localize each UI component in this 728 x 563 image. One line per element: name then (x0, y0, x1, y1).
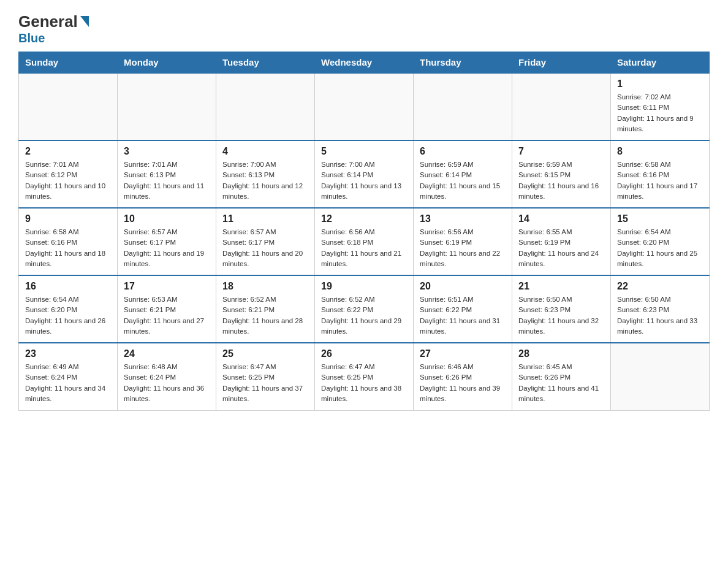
day-number: 7 (518, 146, 604, 157)
day-sun-info: Sunrise: 6:54 AMSunset: 6:20 PMDaylight:… (617, 227, 703, 269)
logo-arrow-icon (80, 16, 89, 27)
day-sun-info: Sunrise: 6:56 AMSunset: 6:19 PMDaylight:… (420, 227, 506, 269)
weekday-header-tuesday: Tuesday (216, 52, 315, 74)
calendar-cell: 2Sunrise: 7:01 AMSunset: 6:12 PMDaylight… (19, 140, 118, 208)
weekday-header-friday: Friday (512, 52, 611, 74)
day-number: 17 (124, 281, 210, 292)
day-sun-info: Sunrise: 7:02 AMSunset: 6:11 PMDaylight:… (617, 92, 703, 134)
calendar-cell: 11Sunrise: 6:57 AMSunset: 6:17 PMDayligh… (216, 208, 315, 275)
week-row-5: 23Sunrise: 6:49 AMSunset: 6:24 PMDayligh… (19, 343, 710, 410)
calendar-cell: 13Sunrise: 6:56 AMSunset: 6:19 PMDayligh… (414, 208, 512, 275)
day-sun-info: Sunrise: 6:47 AMSunset: 6:25 PMDaylight:… (222, 362, 308, 404)
day-sun-info: Sunrise: 6:47 AMSunset: 6:25 PMDaylight:… (321, 362, 407, 404)
day-number: 9 (25, 213, 111, 224)
logo-blue-text: Blue (18, 31, 45, 45)
day-sun-info: Sunrise: 7:00 AMSunset: 6:14 PMDaylight:… (321, 159, 407, 202)
day-number: 21 (518, 281, 604, 292)
day-sun-info: Sunrise: 6:46 AMSunset: 6:26 PMDaylight:… (420, 362, 506, 404)
day-number: 14 (518, 213, 604, 224)
day-number: 22 (617, 281, 703, 292)
weekday-header-row: SundayMondayTuesdayWednesdayThursdayFrid… (19, 52, 710, 74)
calendar-cell: 12Sunrise: 6:56 AMSunset: 6:18 PMDayligh… (315, 208, 414, 275)
day-number: 1 (617, 79, 703, 90)
day-sun-info: Sunrise: 6:57 AMSunset: 6:17 PMDaylight:… (124, 227, 210, 269)
day-number: 25 (222, 348, 308, 359)
logo: General Blue (18, 12, 89, 45)
calendar-cell: 4Sunrise: 7:00 AMSunset: 6:13 PMDaylight… (216, 140, 315, 208)
calendar-cell: 17Sunrise: 6:53 AMSunset: 6:21 PMDayligh… (118, 275, 216, 343)
calendar-cell: 3Sunrise: 7:01 AMSunset: 6:13 PMDaylight… (118, 140, 216, 208)
day-sun-info: Sunrise: 6:49 AMSunset: 6:24 PMDaylight:… (25, 362, 111, 404)
day-sun-info: Sunrise: 6:57 AMSunset: 6:17 PMDaylight:… (222, 227, 308, 269)
week-row-4: 16Sunrise: 6:54 AMSunset: 6:20 PMDayligh… (19, 275, 710, 343)
day-sun-info: Sunrise: 6:48 AMSunset: 6:24 PMDaylight:… (124, 362, 210, 404)
calendar-cell: 14Sunrise: 6:55 AMSunset: 6:19 PMDayligh… (512, 208, 611, 275)
day-sun-info: Sunrise: 6:52 AMSunset: 6:21 PMDaylight:… (222, 294, 308, 337)
day-number: 12 (321, 213, 407, 224)
calendar-cell: 18Sunrise: 6:52 AMSunset: 6:21 PMDayligh… (216, 275, 315, 343)
weekday-header-saturday: Saturday (611, 52, 710, 74)
logo-general-text: General (18, 12, 78, 31)
day-sun-info: Sunrise: 6:59 AMSunset: 6:14 PMDaylight:… (420, 159, 506, 202)
calendar-cell (611, 343, 710, 410)
day-sun-info: Sunrise: 6:51 AMSunset: 6:22 PMDaylight:… (420, 294, 506, 337)
day-sun-info: Sunrise: 6:52 AMSunset: 6:22 PMDaylight:… (321, 294, 407, 337)
calendar-cell: 7Sunrise: 6:59 AMSunset: 6:15 PMDaylight… (512, 140, 611, 208)
day-number: 23 (25, 348, 111, 359)
week-row-3: 9Sunrise: 6:58 AMSunset: 6:16 PMDaylight… (19, 208, 710, 275)
day-number: 5 (321, 146, 407, 157)
calendar-cell: 19Sunrise: 6:52 AMSunset: 6:22 PMDayligh… (315, 275, 414, 343)
day-number: 6 (420, 146, 506, 157)
calendar-cell: 28Sunrise: 6:45 AMSunset: 6:26 PMDayligh… (512, 343, 611, 410)
day-number: 10 (124, 213, 210, 224)
calendar-cell (414, 73, 512, 140)
day-number: 13 (420, 213, 506, 224)
day-sun-info: Sunrise: 6:59 AMSunset: 6:15 PMDaylight:… (518, 159, 604, 202)
day-sun-info: Sunrise: 6:53 AMSunset: 6:21 PMDaylight:… (124, 294, 210, 337)
calendar-cell (315, 73, 414, 140)
calendar-cell (19, 73, 118, 140)
day-number: 19 (321, 281, 407, 292)
calendar-cell: 22Sunrise: 6:50 AMSunset: 6:23 PMDayligh… (611, 275, 710, 343)
calendar-cell: 8Sunrise: 6:58 AMSunset: 6:16 PMDaylight… (611, 140, 710, 208)
calendar-cell: 6Sunrise: 6:59 AMSunset: 6:14 PMDaylight… (414, 140, 512, 208)
day-number: 26 (321, 348, 407, 359)
calendar-cell (512, 73, 611, 140)
day-sun-info: Sunrise: 6:58 AMSunset: 6:16 PMDaylight:… (617, 159, 703, 202)
page-header: General Blue (18, 12, 710, 45)
calendar-table: SundayMondayTuesdayWednesdayThursdayFrid… (18, 52, 710, 411)
calendar-cell: 1Sunrise: 7:02 AMSunset: 6:11 PMDaylight… (611, 73, 710, 140)
day-number: 2 (25, 146, 111, 157)
day-number: 3 (124, 146, 210, 157)
calendar-cell (118, 73, 216, 140)
calendar-cell: 23Sunrise: 6:49 AMSunset: 6:24 PMDayligh… (19, 343, 118, 410)
day-sun-info: Sunrise: 7:01 AMSunset: 6:12 PMDaylight:… (25, 159, 111, 202)
week-row-1: 1Sunrise: 7:02 AMSunset: 6:11 PMDaylight… (19, 73, 710, 140)
calendar-cell: 16Sunrise: 6:54 AMSunset: 6:20 PMDayligh… (19, 275, 118, 343)
day-sun-info: Sunrise: 7:00 AMSunset: 6:13 PMDaylight:… (222, 159, 308, 202)
day-number: 16 (25, 281, 111, 292)
calendar-cell: 15Sunrise: 6:54 AMSunset: 6:20 PMDayligh… (611, 208, 710, 275)
day-sun-info: Sunrise: 6:56 AMSunset: 6:18 PMDaylight:… (321, 227, 407, 269)
calendar-cell: 20Sunrise: 6:51 AMSunset: 6:22 PMDayligh… (414, 275, 512, 343)
week-row-2: 2Sunrise: 7:01 AMSunset: 6:12 PMDaylight… (19, 140, 710, 208)
weekday-header-wednesday: Wednesday (315, 52, 414, 74)
calendar-cell: 27Sunrise: 6:46 AMSunset: 6:26 PMDayligh… (414, 343, 512, 410)
day-sun-info: Sunrise: 6:50 AMSunset: 6:23 PMDaylight:… (518, 294, 604, 337)
day-sun-info: Sunrise: 7:01 AMSunset: 6:13 PMDaylight:… (124, 159, 210, 202)
day-sun-info: Sunrise: 6:55 AMSunset: 6:19 PMDaylight:… (518, 227, 604, 269)
day-number: 11 (222, 213, 308, 224)
day-number: 20 (420, 281, 506, 292)
weekday-header-monday: Monday (118, 52, 216, 74)
weekday-header-sunday: Sunday (19, 52, 118, 74)
day-sun-info: Sunrise: 6:54 AMSunset: 6:20 PMDaylight:… (25, 294, 111, 337)
day-number: 27 (420, 348, 506, 359)
calendar-cell: 26Sunrise: 6:47 AMSunset: 6:25 PMDayligh… (315, 343, 414, 410)
day-number: 15 (617, 213, 703, 224)
calendar-cell: 5Sunrise: 7:00 AMSunset: 6:14 PMDaylight… (315, 140, 414, 208)
calendar-cell (216, 73, 315, 140)
day-sun-info: Sunrise: 6:45 AMSunset: 6:26 PMDaylight:… (518, 362, 604, 404)
day-sun-info: Sunrise: 6:50 AMSunset: 6:23 PMDaylight:… (617, 294, 703, 337)
day-number: 18 (222, 281, 308, 292)
calendar-cell: 24Sunrise: 6:48 AMSunset: 6:24 PMDayligh… (118, 343, 216, 410)
